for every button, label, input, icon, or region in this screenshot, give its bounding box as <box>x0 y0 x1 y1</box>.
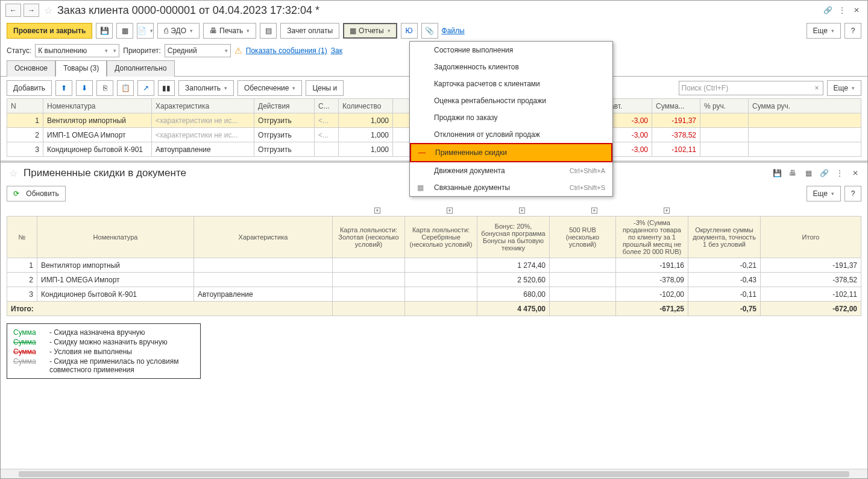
menu-applied-discounts[interactable]: Примененные скидки— <box>410 143 612 162</box>
files-link[interactable]: Файлы <box>442 27 465 35</box>
expand-icon[interactable]: + <box>447 208 453 214</box>
menu-card[interactable]: Карточка расчетов с клиентами <box>410 75 612 92</box>
col-qty[interactable]: Количество <box>339 99 393 113</box>
rcol-c4[interactable]: 500 RUB (несколько условий) <box>550 217 616 258</box>
col-n[interactable]: N <box>7 99 43 113</box>
cell: 3 <box>7 287 37 302</box>
favorite-icon[interactable]: ☆ <box>44 5 52 16</box>
cell: 1,000 <box>339 142 393 157</box>
nav-forward-button[interactable]: → <box>24 4 39 17</box>
col-char[interactable]: Характеристика <box>152 99 254 113</box>
tab-main[interactable]: Основное <box>7 60 55 77</box>
cell: 1 274,40 <box>477 258 550 273</box>
show-messages-link[interactable]: Показать сообщения (1) <box>246 46 327 55</box>
col-act[interactable]: Действия <box>254 99 315 113</box>
more-button-2[interactable]: Еще <box>827 80 861 96</box>
print-report-icon[interactable]: 🖶 <box>787 167 799 179</box>
help-icon[interactable]: ? <box>844 23 861 39</box>
attach-icon[interactable]: 📎 <box>421 23 438 39</box>
create-based-on-button[interactable]: 📄 <box>137 23 154 39</box>
cell: Вентилятор импортный <box>43 113 152 128</box>
cell: -191,37 <box>761 258 861 273</box>
menu-related[interactable]: ▦Связанные документыCtrl+Shift+S <box>410 179 612 196</box>
clear-icon[interactable]: × <box>815 84 819 92</box>
expand-icon[interactable]: + <box>374 208 380 214</box>
search-input[interactable]: Поиск (Ctrl+F)× <box>679 81 823 95</box>
legend-sample: Сумма <box>13 347 43 356</box>
save-report-icon[interactable]: 💾 <box>771 167 783 179</box>
menu-movements[interactable]: Движения документаCtrl+Shift+A <box>410 162 612 179</box>
close-icon[interactable]: ✕ <box>851 4 863 16</box>
post-and-close-button[interactable]: Провести и закрыть <box>7 23 92 39</box>
rcol-c1[interactable]: Карта лояльности: Золотая (несколько усл… <box>333 217 405 258</box>
rcol-c7[interactable]: Итого <box>761 217 861 258</box>
col-s[interactable]: С... <box>315 99 339 113</box>
nav-back-button[interactable]: ← <box>5 4 21 17</box>
move-up-icon[interactable]: ⬆ <box>55 80 72 96</box>
link-icon-2[interactable]: 🔗 <box>818 167 830 179</box>
export-icon[interactable]: ▦ <box>802 167 814 179</box>
save-icon[interactable]: 💾 <box>96 23 113 39</box>
menu-sales[interactable]: Продажи по заказу <box>410 109 612 126</box>
cell: -102,00 <box>616 287 688 302</box>
barcode-icon[interactable]: ▮▮ <box>158 80 175 96</box>
expand-icon[interactable]: + <box>591 208 597 214</box>
horizontal-scrollbar[interactable] <box>1 469 867 478</box>
favorite-icon-2[interactable]: ☆ <box>9 168 17 179</box>
col-manpct[interactable]: % руч. <box>700 99 749 113</box>
copy-icon[interactable]: ⎘ <box>96 80 113 96</box>
link-icon[interactable]: 🔗 <box>822 4 834 16</box>
menu-debt[interactable]: Задолженность клиентов <box>410 59 612 75</box>
prices-button[interactable]: Цены и <box>306 80 344 96</box>
add-button[interactable]: Добавить <box>7 80 52 96</box>
rcol-c3[interactable]: Бонус: 20%, бонусная программа Бонусы на… <box>477 217 550 258</box>
menu-status[interactable]: Состояние выполнения <box>410 42 612 59</box>
rcol-char[interactable]: Характеристика <box>194 217 333 258</box>
help-icon-2[interactable]: ? <box>844 186 861 201</box>
supply-button[interactable]: Обеспечение <box>237 80 302 96</box>
tab-extra[interactable]: Дополнительно <box>107 60 174 77</box>
rcol-c2[interactable]: Карта лояльности: Серебряные (несколько … <box>405 217 477 258</box>
col-suma[interactable]: Сумма... <box>652 99 700 113</box>
share-icon[interactable]: ↗ <box>137 80 154 96</box>
cell: 1,000 <box>339 113 393 128</box>
rcol-c5[interactable]: -3% (Сумма проданного товара по клиенту … <box>616 217 688 258</box>
expand-icon[interactable]: + <box>664 208 670 214</box>
rcol-n[interactable]: № <box>7 217 37 258</box>
doc-icon[interactable]: ▤ <box>260 23 277 39</box>
menu-deviations[interactable]: Отклонения от условий продаж <box>410 126 612 143</box>
rcol-nom[interactable]: Номенклатура <box>37 217 194 258</box>
move-down-icon[interactable]: ⬇ <box>76 80 93 96</box>
priority-select[interactable]: Средний <box>165 44 231 57</box>
tab-goods[interactable]: Товары (3) <box>55 60 107 77</box>
reports-button[interactable]: ▦Отчеты <box>343 23 397 39</box>
report-row[interactable]: 2ИМП-1 OMEGA Импорт2 520,60-378,09-0,43-… <box>7 273 861 287</box>
refresh-button[interactable]: ⟳ Обновить <box>7 186 66 201</box>
expand-icon[interactable]: + <box>519 208 525 214</box>
close-link[interactable]: Зак <box>331 46 342 55</box>
report-row[interactable]: 1Вентилятор импортный1 274,40-191,16-0,2… <box>7 258 861 273</box>
edo-button[interactable]: ⎙ЭДО <box>157 23 200 39</box>
yookassa-icon[interactable]: Ю <box>401 23 418 39</box>
close-icon-2[interactable]: ✕ <box>849 167 861 179</box>
cell: 1 <box>7 113 43 128</box>
paste-icon[interactable]: 📋 <box>117 80 134 96</box>
col-summ[interactable]: Сумма руч. <box>749 99 861 113</box>
search-placeholder: Поиск (Ctrl+F) <box>682 84 729 92</box>
more-button-3[interactable]: Еще <box>807 186 841 201</box>
kebab-icon[interactable]: ⋮ <box>836 4 848 16</box>
kebab-icon-2[interactable]: ⋮ <box>834 167 846 179</box>
offset-button[interactable]: Зачет оплаты <box>280 23 339 39</box>
print-button[interactable]: 🖶Печать <box>203 23 256 39</box>
fill-button[interactable]: Заполнить <box>178 80 234 96</box>
status-select[interactable]: К выполнению <box>35 44 119 57</box>
status-value: К выполнению <box>38 46 87 55</box>
col-nom[interactable]: Номенклатура <box>43 99 152 113</box>
menu-profit[interactable]: Оценка рентабельности продажи <box>410 92 612 109</box>
post-icon[interactable]: ▦ <box>116 23 133 39</box>
legend-text: - Скидка назначена вручную <box>49 328 145 337</box>
legend-text: - Скидка не применилась по условиям совм… <box>49 357 194 374</box>
report-row[interactable]: 3Кондиционер бытовой К-901Автоуправление… <box>7 287 861 302</box>
more-button[interactable]: Еще <box>807 23 841 39</box>
rcol-c6[interactable]: Округление суммы документа, точность 1 б… <box>688 217 761 258</box>
